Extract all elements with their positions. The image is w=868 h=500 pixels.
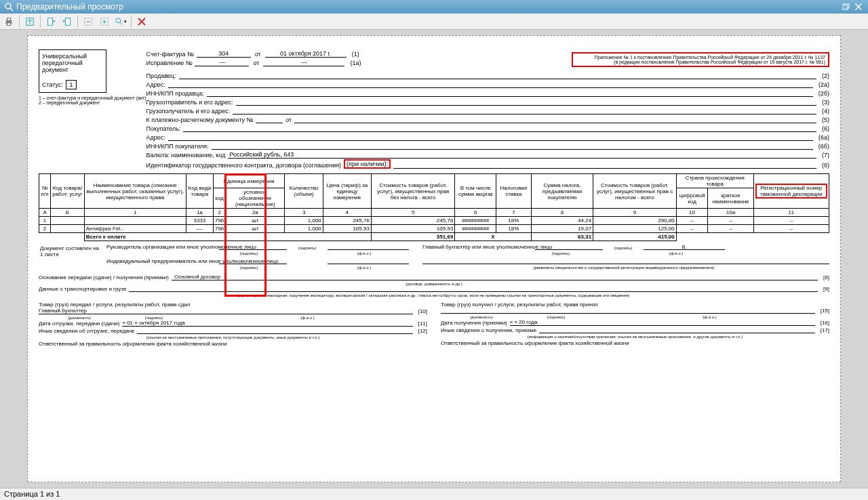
trans-label: Данные о транспортировке и грузе xyxy=(39,286,126,292)
svg-rect-11 xyxy=(65,18,70,25)
th-code: Код товара/ работ, услуг xyxy=(51,174,85,209)
svg-rect-7 xyxy=(7,18,10,20)
foot-left: Товар (груз) передал / услуги, результат… xyxy=(39,301,427,347)
svg-point-0 xyxy=(5,3,11,9)
status-note: 1 – счет-фактура и передаточный документ… xyxy=(39,96,146,105)
main-table: № п/п Код товара/ работ, услуг Наименова… xyxy=(39,173,829,241)
highlight-col-1a xyxy=(224,173,267,297)
ident-presence: (при наличии): xyxy=(344,159,391,169)
currency-value: Российский рубль, 643 xyxy=(228,151,816,159)
foot-right: Товар (груз) получил / услуги, результат… xyxy=(441,301,829,347)
upd-label-box: Универсальный передаточный документ Стат… xyxy=(39,49,106,93)
th-country: Страна происхождения товара xyxy=(676,174,753,188)
sf-label: Счет-фактура № xyxy=(146,51,194,58)
statusbar: Страница 1 из 1 xyxy=(0,488,868,500)
app-window: Предварительный просмотр ▾ Приложение № … xyxy=(0,0,868,500)
th-cost: Стоимость товаров (работ, услуг), имущес… xyxy=(371,174,454,209)
upd-label: Универсальный передаточный документ xyxy=(42,53,103,73)
th-name: Наименование товара (описание выполненны… xyxy=(84,174,186,209)
th-reg: Регистрационный номер таможенной деклара… xyxy=(753,174,829,209)
zoom-in-button[interactable] xyxy=(98,16,111,28)
header-fields: Счет-фактура №304от01 октября 2017 г.(1)… xyxy=(146,49,829,169)
svg-point-17 xyxy=(116,18,121,22)
svg-line-1 xyxy=(10,8,13,11)
th-price: Цена (тариф) за единицу измерения xyxy=(323,174,371,209)
table-row: 13333796шт1,000245,76245,76#########18%4… xyxy=(39,217,829,225)
svg-rect-3 xyxy=(842,5,848,9)
th-tax: Сумма налога, предъявляемая покупателю xyxy=(531,174,593,209)
th-rate: Налоговая ставка xyxy=(496,174,532,209)
restore-button[interactable] xyxy=(841,2,852,12)
svg-rect-10 xyxy=(48,18,53,25)
svg-line-18 xyxy=(120,22,123,24)
th-excise: В том числе сумма акциза xyxy=(455,174,496,209)
page-indicator: Страница 1 из 1 xyxy=(4,490,60,498)
status-value: 1 xyxy=(66,80,77,89)
toolbar: ▾ xyxy=(0,14,868,30)
titlebar: Предварительный просмотр xyxy=(0,0,868,14)
th-qty: Количество (объем) xyxy=(285,174,323,209)
zoom-out-button[interactable] xyxy=(82,16,94,28)
annex-line1: Приложение № 1 к постановлению Правитель… xyxy=(576,55,825,60)
window-title: Предварительный просмотр xyxy=(16,2,123,12)
th-kind: Код вида товара xyxy=(186,174,213,209)
isp-label: Исправление № xyxy=(146,60,193,66)
totals-row: Всего к оплате 351,69 Х 63,31 415,00 xyxy=(39,233,829,241)
sf-date: 01 октября 2017 г. xyxy=(265,50,347,58)
fit-button[interactable] xyxy=(24,16,36,28)
close-button[interactable] xyxy=(853,2,864,12)
svg-rect-8 xyxy=(7,22,10,25)
th-no: № п/п xyxy=(39,174,51,209)
osn-label: Основание передачи (сдачи) / получения (… xyxy=(39,274,169,280)
annex-line2: (в редакции постановления Правительства … xyxy=(576,60,825,64)
close-preview-button[interactable] xyxy=(136,16,148,28)
table-row: 2Антифриз Fel...----796шт1,000105,93105,… xyxy=(39,225,829,233)
app-icon xyxy=(4,2,14,12)
page-area[interactable]: Приложение № 1 к постановлению Правитель… xyxy=(0,30,868,488)
doc-composed: Документ составлен на 1 листе xyxy=(39,244,106,270)
sf-no: 304 xyxy=(197,50,251,58)
zoom-button[interactable]: ▾ xyxy=(115,16,127,28)
prev-page-button[interactable] xyxy=(45,16,57,28)
document-page: Приложение № 1 к постановлению Правитель… xyxy=(27,35,841,482)
annex-box: Приложение № 1 к постановлению Правитель… xyxy=(572,52,829,67)
status-label: Статус: xyxy=(42,81,63,88)
th-costt: Стоимость товаров (работ, услуг), имущес… xyxy=(593,174,677,209)
print-button[interactable] xyxy=(3,16,15,28)
next-page-button[interactable] xyxy=(61,16,73,28)
